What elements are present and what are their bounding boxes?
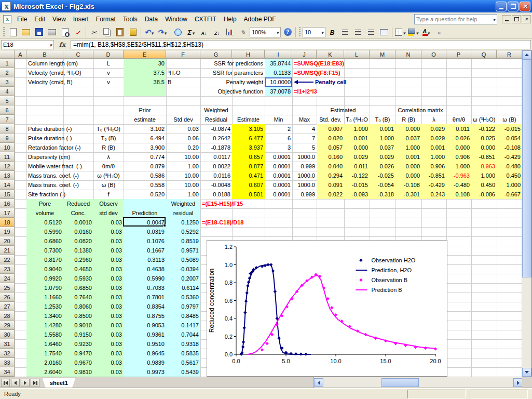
cell-L13[interactable]: -0.122	[344, 171, 370, 180]
cell-B9[interactable]: Pulse duration (-)	[26, 134, 93, 143]
cell-J7[interactable]: Max	[292, 115, 317, 124]
horizontal-scrollbar[interactable]	[313, 377, 523, 388]
cell-C18[interactable]: 0.0010	[63, 218, 93, 227]
cell-N15[interactable]: -0.301	[395, 190, 421, 199]
cell-F29[interactable]: 0.1417	[166, 321, 200, 330]
column-header-E[interactable]: E	[124, 50, 166, 59]
cell-R12[interactable]: -0.480	[497, 162, 522, 171]
cell-B12[interactable]: Mobile water fract. (-)	[26, 162, 93, 171]
row-header-34[interactable]: 34	[0, 367, 15, 377]
cell-E34[interactable]: 0.9973	[124, 367, 166, 377]
cell-P15[interactable]: 0.108	[446, 190, 471, 199]
cell-B32[interactable]: 1.7540	[26, 349, 63, 358]
cell-C21[interactable]: 0.1380	[63, 246, 93, 255]
cell-J9[interactable]: 7	[292, 134, 317, 143]
cell-G14[interactable]: -0.0048	[200, 180, 232, 190]
cell-C19[interactable]: 0.0160	[63, 227, 93, 236]
cell-K11[interactable]: 0.160	[317, 152, 344, 162]
cell-F14[interactable]: 10.00	[166, 180, 200, 190]
cell-B22[interactable]: 0.8170	[26, 255, 63, 264]
cell-M10[interactable]: 0.037	[370, 143, 395, 152]
cell-R8[interactable]: -0.015	[497, 124, 522, 134]
cell-C33[interactable]: 0.9670	[63, 358, 93, 367]
cell-K14[interactable]: 0.091	[317, 180, 344, 190]
cell-D19[interactable]: 0.03	[93, 227, 124, 236]
cell-F15[interactable]: 1.00	[166, 190, 200, 199]
cell-G11[interactable]: 0.0117	[200, 152, 232, 162]
cell-E29[interactable]: 0.9053	[124, 321, 166, 330]
cell-H9[interactable]: 6.477	[232, 134, 265, 143]
cell-F3[interactable]: B	[166, 77, 200, 87]
cell-Q10[interactable]: 0.000	[471, 143, 497, 152]
cell-H15[interactable]: 0.501	[232, 190, 265, 199]
cell-G13[interactable]: 0.0116	[200, 171, 232, 180]
cell-D32[interactable]: 0.03	[93, 349, 124, 358]
row-header-33[interactable]: 33	[0, 358, 15, 367]
cell-Q7[interactable]: ω (³H₂O)	[471, 115, 497, 124]
cell-F16[interactable]: Weighted	[166, 199, 200, 208]
cell-B20[interactable]: 0.6860	[26, 236, 63, 246]
cell-D33[interactable]: 0.03	[93, 358, 124, 367]
cell-J14[interactable]: 1000.0	[292, 180, 317, 190]
cell-E33[interactable]: 0.9839	[124, 358, 166, 367]
cell-E12[interactable]: 0.879	[124, 162, 166, 171]
cell-E3[interactable]: 38.5	[124, 77, 166, 87]
cell-C32[interactable]: 0.9470	[63, 349, 93, 358]
column-header-L[interactable]: L	[344, 50, 370, 59]
row-header-10[interactable]: 10	[0, 143, 15, 152]
cell-R10[interactable]: -0.108	[497, 143, 522, 152]
cell-B25[interactable]: 1.0790	[26, 283, 63, 292]
cell-C20[interactable]: 0.0820	[63, 236, 93, 246]
cell-N11[interactable]: 0.001	[395, 152, 421, 162]
cell-F25[interactable]: 0.6114	[166, 283, 200, 292]
cell-D29[interactable]: 0.03	[93, 321, 124, 330]
cell-K8[interactable]: 0.007	[317, 124, 344, 134]
embedded-chart[interactable]: 0.05.010.015.020.00.00.20.40.60.81.01.2R…	[207, 240, 447, 377]
cell-H7[interactable]: Estimate	[232, 115, 265, 124]
cell-B10[interactable]: Retardation factor (-)	[26, 143, 93, 152]
cell-D34[interactable]: 0.03	[93, 367, 124, 377]
cell-E13[interactable]: 0.586	[124, 171, 166, 180]
cell-C24[interactable]: 0.5930	[63, 274, 93, 283]
cell-P12[interactable]: 1.000	[446, 162, 471, 171]
row-header-29[interactable]: 29	[0, 321, 15, 330]
cell-D14[interactable]: ω (B)	[93, 180, 124, 190]
cell-R15[interactable]: -0.667	[497, 190, 522, 199]
cell-E30[interactable]: 0.9361	[124, 330, 166, 339]
cell-D11[interactable]: λ	[93, 152, 124, 162]
cell-D21[interactable]: 0.03	[93, 246, 124, 255]
cell-G8[interactable]: -0.0874	[200, 124, 232, 134]
cell-L12[interactable]: 0.011	[344, 162, 370, 171]
row-header-25[interactable]: 25	[0, 283, 15, 292]
scroll-right-button[interactable]	[513, 378, 523, 387]
cell-K9[interactable]: 0.020	[317, 134, 344, 143]
cell-D3[interactable]: v	[93, 77, 124, 87]
cell-M7[interactable]: T₀ (B)	[370, 115, 395, 124]
cell-J13[interactable]: 1000.0	[292, 171, 317, 180]
cell-I8[interactable]: 2	[265, 124, 292, 134]
row-header-27[interactable]: 27	[0, 302, 15, 311]
column-header-C[interactable]: C	[63, 50, 93, 59]
row-header-15[interactable]: 15	[0, 190, 15, 199]
cell-C31[interactable]: 0.9230	[63, 339, 93, 349]
cell-H8[interactable]: 3.105	[232, 124, 265, 134]
cell-F18[interactable]: 0.1250	[166, 218, 200, 227]
row-header-19[interactable]: 19	[0, 227, 15, 236]
cell-F12[interactable]: 1.00	[166, 162, 200, 171]
cell-C34[interactable]: 0.9810	[63, 367, 93, 377]
column-header-D[interactable]: D	[93, 50, 124, 59]
cell-O12[interactable]: 0.906	[421, 162, 446, 171]
cell-Q8[interactable]: -0.122	[471, 124, 497, 134]
cell-F33[interactable]: 0.5617	[166, 358, 200, 367]
cell-G7[interactable]: Residual	[200, 115, 232, 124]
row-header-24[interactable]: 24	[0, 274, 15, 283]
cell-E22[interactable]: 0.3113	[124, 255, 166, 264]
row-header-13[interactable]: 13	[0, 171, 15, 180]
cell-B34[interactable]: 2.6040	[26, 367, 63, 377]
workbook-close-button[interactable]	[522, 15, 531, 23]
scroll-up-button[interactable]	[522, 50, 531, 59]
cell-F24[interactable]: 0.2007	[166, 274, 200, 283]
cell-G10[interactable]: -0.1878	[200, 143, 232, 152]
cell-G12[interactable]: 0.0022	[200, 162, 232, 171]
cell-G2[interactable]: SSR for parameters	[200, 68, 265, 77]
